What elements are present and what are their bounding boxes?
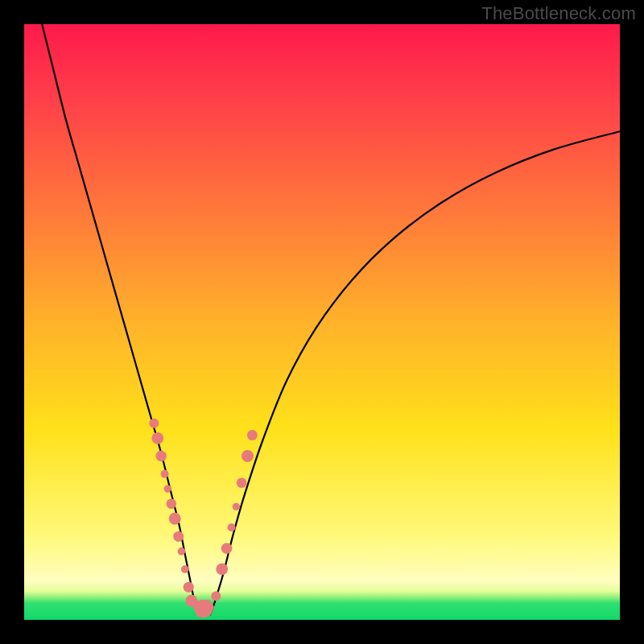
curve-layer [24, 24, 620, 620]
curve-marker [221, 543, 233, 554]
plot-area [24, 24, 620, 620]
curve-marker [237, 478, 247, 489]
curve-marker [228, 523, 236, 531]
right-branch-markers [211, 430, 258, 601]
curve-marker [164, 485, 171, 493]
right-branch-curve [210, 131, 620, 615]
curve-marker [184, 582, 194, 592]
curve-marker [216, 564, 228, 576]
curve-marker [211, 591, 221, 601]
curve-marker [242, 450, 254, 462]
left-branch-curve [42, 24, 198, 615]
curve-marker [151, 432, 163, 444]
curve-marker [173, 531, 184, 542]
curve-marker [185, 595, 197, 607]
curve-marker [155, 451, 167, 462]
curve-marker [149, 419, 159, 428]
curve-marker [167, 498, 177, 509]
curve-marker [247, 430, 258, 440]
curve-marker [233, 503, 240, 510]
curve-marker [169, 513, 181, 525]
watermark-text: TheBottleneck.com [481, 3, 636, 24]
curve-marker [178, 547, 186, 555]
curve-marker [161, 470, 169, 478]
chart-frame: TheBottleneck.com [0, 0, 644, 644]
curve-marker [181, 565, 189, 573]
